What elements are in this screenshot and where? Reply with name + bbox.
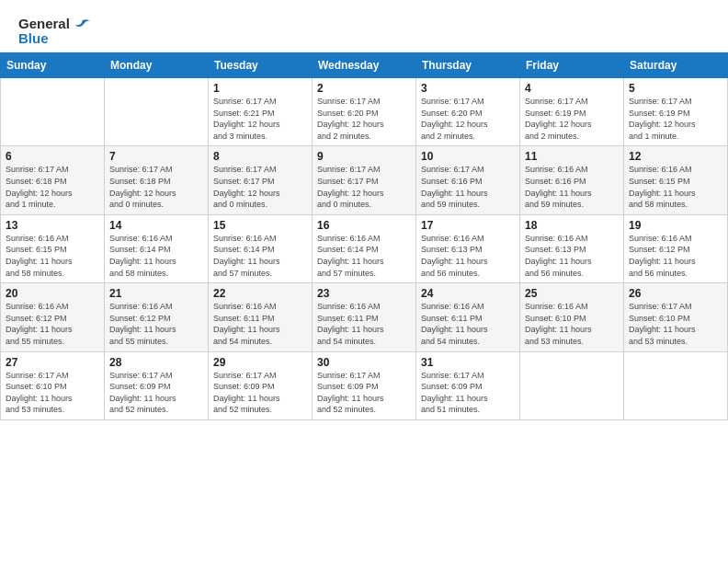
calendar-cell: 3Sunrise: 6:17 AMSunset: 6:20 PMDaylight…: [416, 78, 520, 146]
day-number: 8: [213, 150, 307, 163]
calendar-cell: 13Sunrise: 6:16 AMSunset: 6:15 PMDayligh…: [1, 214, 105, 282]
weekday-header: Thursday: [416, 53, 520, 78]
calendar-cell: 22Sunrise: 6:16 AMSunset: 6:11 PMDayligh…: [209, 283, 313, 351]
day-info: Sunrise: 6:17 AMSunset: 6:21 PMDaylight:…: [213, 96, 307, 142]
day-number: 22: [213, 287, 307, 300]
calendar-cell: 20Sunrise: 6:16 AMSunset: 6:12 PMDayligh…: [1, 283, 105, 351]
day-number: 11: [525, 150, 619, 163]
logo-bird-icon: [74, 18, 91, 31]
day-number: 21: [109, 287, 203, 300]
day-number: 13: [6, 219, 99, 232]
day-number: 10: [421, 150, 515, 163]
logo-blue-text: Blue: [18, 31, 91, 45]
calendar-cell: 31Sunrise: 6:17 AMSunset: 6:09 PMDayligh…: [416, 351, 520, 419]
calendar-cell: 23Sunrise: 6:16 AMSunset: 6:11 PMDayligh…: [313, 283, 416, 351]
calendar-cell: 2Sunrise: 6:17 AMSunset: 6:20 PMDaylight…: [313, 78, 416, 146]
calendar-cell: 26Sunrise: 6:17 AMSunset: 6:10 PMDayligh…: [624, 283, 728, 351]
day-number: 4: [525, 82, 619, 95]
calendar-cell: 25Sunrise: 6:16 AMSunset: 6:10 PMDayligh…: [520, 283, 624, 351]
calendar-cell: 8Sunrise: 6:17 AMSunset: 6:17 PMDaylight…: [209, 146, 313, 214]
day-info: Sunrise: 6:16 AMSunset: 6:12 PMDaylight:…: [629, 233, 722, 279]
calendar-cell: 14Sunrise: 6:16 AMSunset: 6:14 PMDayligh…: [105, 214, 209, 282]
calendar-cell: [624, 351, 728, 419]
day-number: 28: [109, 356, 203, 369]
calendar-cell: 18Sunrise: 6:16 AMSunset: 6:13 PMDayligh…: [520, 214, 624, 282]
day-info: Sunrise: 6:17 AMSunset: 6:18 PMDaylight:…: [6, 164, 99, 210]
weekday-header: Saturday: [624, 53, 728, 78]
calendar-cell: 17Sunrise: 6:16 AMSunset: 6:13 PMDayligh…: [416, 214, 520, 282]
weekday-header: Tuesday: [209, 53, 313, 78]
calendar-cell: 21Sunrise: 6:16 AMSunset: 6:12 PMDayligh…: [105, 283, 209, 351]
day-number: 17: [421, 219, 515, 232]
day-info: Sunrise: 6:17 AMSunset: 6:09 PMDaylight:…: [109, 370, 203, 416]
calendar-table: SundayMondayTuesdayWednesdayThursdayFrid…: [0, 52, 728, 420]
day-number: 23: [317, 287, 411, 300]
weekday-header: Friday: [520, 53, 624, 78]
day-info: Sunrise: 6:16 AMSunset: 6:14 PMDaylight:…: [317, 233, 411, 279]
day-info: Sunrise: 6:17 AMSunset: 6:10 PMDaylight:…: [6, 370, 99, 416]
logo: General Blue: [18, 17, 91, 45]
day-info: Sunrise: 6:16 AMSunset: 6:11 PMDaylight:…: [421, 301, 515, 347]
weekday-header: Monday: [105, 53, 209, 78]
day-number: 31: [421, 356, 515, 369]
calendar-cell: 19Sunrise: 6:16 AMSunset: 6:12 PMDayligh…: [624, 214, 728, 282]
day-number: 12: [629, 150, 722, 163]
day-number: 1: [213, 82, 307, 95]
day-number: 6: [6, 150, 99, 163]
day-info: Sunrise: 6:17 AMSunset: 6:10 PMDaylight:…: [629, 301, 722, 347]
calendar-week-row: 20Sunrise: 6:16 AMSunset: 6:12 PMDayligh…: [1, 283, 728, 351]
day-info: Sunrise: 6:16 AMSunset: 6:12 PMDaylight:…: [6, 301, 99, 347]
calendar-cell: [520, 351, 624, 419]
calendar-cell: 9Sunrise: 6:17 AMSunset: 6:17 PMDaylight…: [313, 146, 416, 214]
day-number: 2: [317, 82, 411, 95]
day-number: 24: [421, 287, 515, 300]
page: General Blue SundayMondayTuesdayWednesda…: [0, 0, 728, 563]
day-info: Sunrise: 6:16 AMSunset: 6:14 PMDaylight:…: [213, 233, 307, 279]
day-info: Sunrise: 6:17 AMSunset: 6:09 PMDaylight:…: [317, 370, 411, 416]
calendar-body: 1Sunrise: 6:17 AMSunset: 6:21 PMDaylight…: [1, 78, 728, 420]
day-number: 27: [6, 356, 99, 369]
weekday-header: Sunday: [1, 53, 105, 78]
day-number: 14: [109, 219, 203, 232]
calendar-cell: 16Sunrise: 6:16 AMSunset: 6:14 PMDayligh…: [313, 214, 416, 282]
day-info: Sunrise: 6:17 AMSunset: 6:17 PMDaylight:…: [317, 164, 411, 210]
calendar-cell: [1, 78, 105, 146]
calendar-cell: 11Sunrise: 6:16 AMSunset: 6:16 PMDayligh…: [520, 146, 624, 214]
day-number: 3: [421, 82, 515, 95]
day-number: 9: [317, 150, 411, 163]
day-number: 29: [213, 356, 307, 369]
day-number: 20: [6, 287, 99, 300]
calendar-cell: 15Sunrise: 6:16 AMSunset: 6:14 PMDayligh…: [209, 214, 313, 282]
day-info: Sunrise: 6:17 AMSunset: 6:18 PMDaylight:…: [109, 164, 203, 210]
day-number: 5: [629, 82, 722, 95]
calendar-week-row: 13Sunrise: 6:16 AMSunset: 6:15 PMDayligh…: [1, 214, 728, 282]
day-info: Sunrise: 6:17 AMSunset: 6:16 PMDaylight:…: [421, 164, 515, 210]
calendar-cell: 5Sunrise: 6:17 AMSunset: 6:19 PMDaylight…: [624, 78, 728, 146]
weekday-header: Wednesday: [313, 53, 416, 78]
logo-general-text: General: [18, 17, 91, 31]
header: General Blue: [0, 0, 728, 52]
calendar-week-row: 6Sunrise: 6:17 AMSunset: 6:18 PMDaylight…: [1, 146, 728, 214]
calendar-header: SundayMondayTuesdayWednesdayThursdayFrid…: [1, 53, 728, 78]
day-info: Sunrise: 6:16 AMSunset: 6:16 PMDaylight:…: [525, 164, 619, 210]
calendar-cell: 30Sunrise: 6:17 AMSunset: 6:09 PMDayligh…: [313, 351, 416, 419]
calendar-cell: 28Sunrise: 6:17 AMSunset: 6:09 PMDayligh…: [105, 351, 209, 419]
day-info: Sunrise: 6:16 AMSunset: 6:12 PMDaylight:…: [109, 301, 203, 347]
day-number: 18: [525, 219, 619, 232]
day-number: 7: [109, 150, 203, 163]
day-number: 16: [317, 219, 411, 232]
day-info: Sunrise: 6:16 AMSunset: 6:11 PMDaylight:…: [317, 301, 411, 347]
day-info: Sunrise: 6:17 AMSunset: 6:17 PMDaylight:…: [213, 164, 307, 210]
day-info: Sunrise: 6:16 AMSunset: 6:15 PMDaylight:…: [629, 164, 722, 210]
day-number: 25: [525, 287, 619, 300]
day-number: 26: [629, 287, 722, 300]
calendar-cell: 7Sunrise: 6:17 AMSunset: 6:18 PMDaylight…: [105, 146, 209, 214]
calendar-cell: 12Sunrise: 6:16 AMSunset: 6:15 PMDayligh…: [624, 146, 728, 214]
calendar-cell: [105, 78, 209, 146]
calendar-cell: 27Sunrise: 6:17 AMSunset: 6:10 PMDayligh…: [1, 351, 105, 419]
calendar-cell: 4Sunrise: 6:17 AMSunset: 6:19 PMDaylight…: [520, 78, 624, 146]
day-info: Sunrise: 6:16 AMSunset: 6:13 PMDaylight:…: [421, 233, 515, 279]
day-info: Sunrise: 6:17 AMSunset: 6:19 PMDaylight:…: [629, 96, 722, 142]
calendar-cell: 29Sunrise: 6:17 AMSunset: 6:09 PMDayligh…: [209, 351, 313, 419]
calendar-cell: 24Sunrise: 6:16 AMSunset: 6:11 PMDayligh…: [416, 283, 520, 351]
